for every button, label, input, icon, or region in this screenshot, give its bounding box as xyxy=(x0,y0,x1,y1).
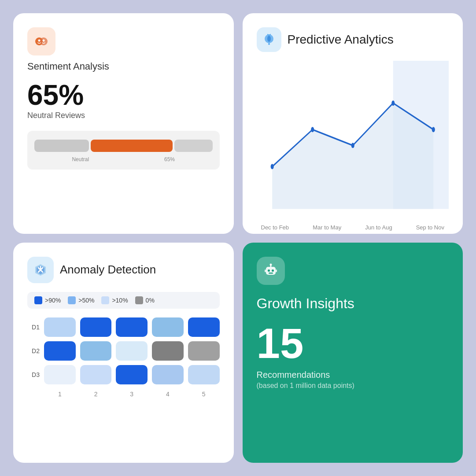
svg-point-3 xyxy=(43,40,45,42)
anomaly-icon xyxy=(33,262,48,277)
cell-d3-2 xyxy=(80,365,112,384)
sentiment-title: Sentiment Analysis xyxy=(27,61,220,72)
growth-number: 15 xyxy=(257,322,449,365)
svg-marker-11 xyxy=(272,103,433,209)
legend-dot-50 xyxy=(68,296,76,304)
cell-d3-4 xyxy=(152,365,184,384)
cell-d1-5 xyxy=(188,317,220,337)
svg-point-5 xyxy=(267,36,271,42)
svg-rect-8 xyxy=(268,43,270,45)
bar-labels: Neutral 65% xyxy=(34,156,213,162)
cell-d2-4 xyxy=(152,341,184,361)
col-label-4: 4 xyxy=(152,391,184,398)
row-label-d1: D1 xyxy=(27,324,40,331)
heatmap-row-d1: D1 xyxy=(27,317,220,337)
cell-d1-4 xyxy=(152,317,184,337)
x-label-4: Sep to Nov xyxy=(416,224,444,231)
chart-svg xyxy=(257,61,449,220)
cell-d3-1 xyxy=(44,365,76,384)
growth-icon xyxy=(262,262,279,279)
x-labels: Dec to Feb Mar to May Jun to Aug Sep to … xyxy=(257,224,449,231)
legend-item-10: >10% xyxy=(101,296,128,304)
sentiment-percent: 65% xyxy=(27,81,220,109)
col-label-5: 5 xyxy=(188,391,220,398)
legend-label-0: 0% xyxy=(146,297,155,304)
svg-point-13 xyxy=(311,127,314,132)
sentiment-icon xyxy=(33,33,49,49)
growth-subtitle: Recommendations xyxy=(257,370,449,380)
legend-dot-0 xyxy=(135,296,143,304)
anomaly-icon-wrap xyxy=(27,257,54,283)
growth-icon-wrap xyxy=(257,257,285,285)
svg-point-29 xyxy=(269,263,272,266)
col-label-1: 1 xyxy=(44,391,76,398)
growth-title: Growth Insights xyxy=(257,295,449,312)
bar-segment-3 xyxy=(174,140,213,152)
legend-label-50: >50% xyxy=(78,297,94,304)
svg-rect-25 xyxy=(268,269,270,272)
legend-dot-90 xyxy=(34,296,42,304)
legend-item-90: >90% xyxy=(34,296,61,304)
bar-segment-1 xyxy=(34,140,89,152)
x-label-3: Jun to Aug xyxy=(365,224,392,231)
sentiment-icon-wrap xyxy=(27,27,55,55)
x-label-1: Dec to Feb xyxy=(261,224,289,231)
bar-segment-2 xyxy=(91,140,173,152)
col-label-2: 2 xyxy=(80,391,112,398)
col-label-3: 3 xyxy=(116,391,148,398)
heatmap-grid: D1 D2 D3 1 2 xyxy=(27,317,220,449)
analytics-icon xyxy=(262,33,276,47)
svg-point-15 xyxy=(391,100,395,106)
svg-point-2 xyxy=(38,40,41,42)
col-labels-row: 1 2 3 4 5 xyxy=(27,391,220,398)
sentiment-subtitle: Neutral Reviews xyxy=(27,111,220,120)
legend-label-10: >10% xyxy=(112,297,128,304)
analytics-icon-wrap xyxy=(257,27,281,52)
cell-d2-2 xyxy=(80,341,112,361)
anomaly-detection-card: Anomaly Detection >90% >50% >10% 0% D1 xyxy=(13,243,234,463)
cell-d3-3 xyxy=(116,365,148,384)
legend-row: >90% >50% >10% 0% xyxy=(27,292,220,309)
svg-point-12 xyxy=(270,164,273,169)
sentiment-bar-row xyxy=(34,138,213,154)
svg-rect-26 xyxy=(272,269,274,272)
growth-insights-card: Growth Insights 15 Recommendations (base… xyxy=(243,243,463,463)
predictive-analytics-card: Predictive Analytics Dec to Feb Mar to M… xyxy=(243,13,463,234)
analytics-header: Predictive Analytics xyxy=(257,27,449,52)
legend-item-0: 0% xyxy=(135,296,155,304)
cell-d2-5 xyxy=(188,341,220,361)
cell-d1-1 xyxy=(44,317,76,337)
x-label-2: Mar to May xyxy=(313,224,341,231)
svg-rect-30 xyxy=(265,269,266,272)
anomaly-header: Anomaly Detection xyxy=(27,257,220,283)
sentiment-analysis-card: Sentiment Analysis 65% Neutral Reviews N… xyxy=(13,13,234,234)
cell-d3-5 xyxy=(188,365,220,384)
anomaly-title: Anomaly Detection xyxy=(60,263,156,277)
cell-d2-1 xyxy=(44,341,76,361)
chart-area: Dec to Feb Mar to May Jun to Aug Sep to … xyxy=(257,61,449,220)
legend-item-50: >50% xyxy=(68,296,94,304)
cell-d1-2 xyxy=(80,317,112,337)
growth-note: (based on 1 million data points) xyxy=(257,382,449,390)
sentiment-bar-container: Neutral 65% xyxy=(27,131,220,170)
row-label-d2: D2 xyxy=(27,347,40,354)
heatmap-row-d2: D2 xyxy=(27,341,220,361)
svg-point-14 xyxy=(351,143,354,148)
cell-d2-3 xyxy=(116,341,148,361)
bar-label-percent: 65% xyxy=(164,156,175,162)
row-label-d3: D3 xyxy=(27,371,40,378)
svg-point-16 xyxy=(432,127,435,132)
bar-label-neutral: Neutral xyxy=(72,156,89,162)
svg-rect-31 xyxy=(276,269,277,272)
svg-rect-27 xyxy=(269,273,273,274)
analytics-title: Predictive Analytics xyxy=(288,33,394,47)
legend-label-90: >90% xyxy=(45,297,61,304)
heatmap-row-d3: D3 xyxy=(27,365,220,384)
legend-dot-10 xyxy=(101,296,109,304)
cell-d1-3 xyxy=(116,317,148,337)
